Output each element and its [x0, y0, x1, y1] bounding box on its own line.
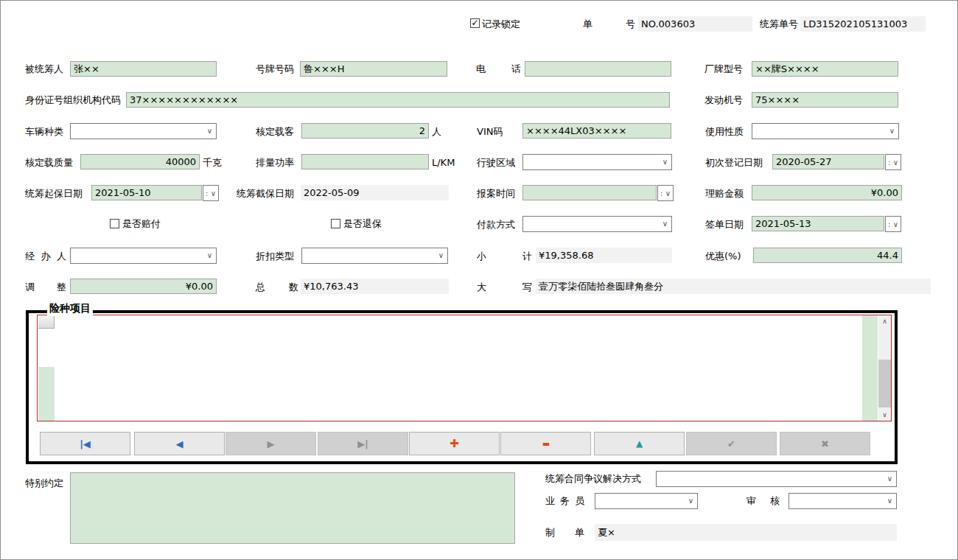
handler-label: 经 办 人 [25, 248, 66, 264]
sign-date-input[interactable]: 2021-05-13 [752, 216, 884, 231]
start-date-picker-button[interactable]: : ∨ [203, 185, 219, 201]
nav-prior-button[interactable]: ◀ [134, 432, 225, 455]
picker-dots: : [206, 189, 208, 197]
end-date-label: 统筹截保日期 [237, 186, 294, 201]
id-code-label: 身份证号组织机构代码 [25, 92, 121, 108]
amount-words-label: 大 写 [477, 279, 532, 295]
chevron-down-icon: ∨ [887, 472, 892, 486]
subtotal-label: 小 计 [477, 248, 532, 264]
subtotal-field: ¥19,358.68 [536, 248, 672, 263]
salesman-label: 业 务 员 [545, 493, 584, 508]
claim-amount-input[interactable]: ¥0.00 [752, 185, 902, 200]
discount-type-label: 折扣类型 [256, 248, 294, 264]
insured-label: 被统筹人 [25, 61, 63, 77]
special-textarea[interactable] [70, 472, 515, 544]
insured-input[interactable]: 张×× [70, 61, 217, 77]
total-field: ¥10,763.43 [301, 279, 449, 294]
pay-method-label: 付款方式 [477, 217, 515, 232]
nav-first-button[interactable]: |◀ [40, 432, 130, 455]
reviewer-select[interactable]: 李×× ∨ [789, 493, 897, 509]
record-lock-checkbox[interactable] [470, 18, 480, 28]
discount-pct-label: 优惠(%) [705, 248, 741, 264]
engine-no-input[interactable]: 75×××× [752, 92, 898, 108]
nav-cancel-button: ✖ [780, 432, 870, 455]
preparer-label: 制 单 [545, 525, 584, 540]
area-select[interactable]: 中国 ∨ [522, 154, 672, 170]
scrollbar-thumb[interactable] [878, 360, 891, 407]
chevron-down-icon: ∨ [688, 494, 693, 508]
report-time-input[interactable] [522, 185, 657, 200]
check-icon: ✔ [727, 438, 735, 449]
chevron-down-icon: ∨ [893, 158, 898, 167]
special-label: 特别约定 [25, 475, 63, 491]
insurance-items-title: 险种项目 [47, 302, 93, 315]
reviewer-label: 审 核 [747, 493, 780, 508]
plate-no-input[interactable]: 鲁×××H [300, 61, 447, 77]
sign-date-label: 签单日期 [705, 217, 744, 232]
chevron-down-icon: ∨ [887, 494, 892, 508]
chevron-down-icon: ∨ [207, 248, 212, 263]
scroll-down-button[interactable]: ∨ [878, 409, 891, 421]
next-record-icon: ▶ [268, 438, 275, 449]
dispute-select[interactable]: 诉讼 ∨ [656, 471, 897, 487]
preparer-field: 夏× [595, 524, 897, 541]
first-reg-date-picker-button[interactable]: : ∨ [885, 154, 901, 170]
first-reg-date-input[interactable]: 2020-05-27 [772, 154, 884, 169]
handler-select[interactable]: ×××总公司 ∨ [70, 248, 217, 264]
is-paid-label: 是否赔付 [122, 216, 161, 231]
picker-dots: : [888, 158, 890, 167]
salesman-select[interactable]: 陈×× ∨ [595, 493, 698, 509]
grid-left-green-column [38, 367, 55, 421]
id-code-input[interactable]: 37×××××××××××× [126, 92, 670, 108]
sign-date-picker-button[interactable]: : ∨ [885, 216, 901, 232]
grid-vertical-scrollbar[interactable]: ∧ ∨ [878, 315, 891, 421]
dispute-label: 统筹合同争议解决方式 [545, 471, 641, 486]
start-date-input[interactable]: 2021-05-10 [91, 185, 202, 200]
amount-words-field: 壹万零柒佰陆拾叁圆肆角叁分 [536, 279, 931, 294]
insurance-items-grid[interactable]: ∧ ∨ [37, 315, 892, 421]
chevron-down-icon: ∨ [438, 248, 444, 263]
chevron-down-icon: ∨ [211, 189, 216, 197]
displacement-label: 排量功率 [256, 155, 294, 170]
load-input[interactable]: 40000 [80, 154, 200, 169]
minus-icon: ▬ [542, 439, 549, 449]
tc-no-field: LD315202105131003 [800, 16, 926, 32]
picker-dots: : [888, 220, 890, 228]
is-surrender-checkbox[interactable] [331, 219, 340, 228]
doc-no-field: NO.003603 [638, 16, 752, 32]
nav-delete-button[interactable]: ▬ [500, 432, 591, 455]
nav-last-button: ▶| [318, 432, 408, 455]
vehicle-type-label: 车辆种类 [25, 124, 63, 139]
report-time-picker-button[interactable]: : ∨ [657, 185, 674, 201]
usage-select[interactable]: 营运货车 ∨ [752, 123, 899, 139]
chevron-down-icon: ∨ [893, 220, 898, 228]
vehicle-type-select[interactable]: 重型半挂牵引车 ∨ [70, 123, 217, 139]
displacement-input[interactable] [301, 154, 429, 169]
displacement-unit: L/KM [432, 155, 455, 170]
phone-input[interactable] [525, 61, 671, 77]
grid-header-corner-cell [38, 316, 55, 329]
seats-label: 核定载客 [256, 124, 294, 139]
vin-label: VIN码 [477, 124, 503, 139]
coordination-form-window: 记录锁定 单 号 NO.003603 统筹单号 LD31520210513100… [0, 0, 958, 560]
x-icon: ✖ [821, 438, 829, 449]
prior-record-icon: ◀ [176, 438, 183, 449]
is-surrender-label: 是否退保 [343, 216, 382, 231]
tc-no-label: 统筹单号 [760, 16, 798, 32]
discount-type-select[interactable]: ∨ [301, 248, 448, 264]
record-lock-label: 记录锁定 [482, 16, 520, 32]
brand-model-input[interactable]: ××牌S×××× [752, 61, 898, 77]
is-paid-checkbox[interactable] [110, 219, 119, 228]
grid-right-green-column [862, 315, 878, 421]
adjust-input[interactable]: ¥0.00 [70, 279, 217, 294]
load-unit: 千克 [203, 155, 222, 170]
pay-method-select[interactable]: ∨ [522, 216, 672, 232]
seats-input[interactable]: 2 [301, 123, 429, 139]
nav-insert-button[interactable]: ✚ [409, 432, 500, 455]
nav-edit-button[interactable]: ▲ [594, 432, 685, 455]
vin-input[interactable]: ××××44LX03×××× [522, 123, 671, 139]
report-time-label: 报案时间 [477, 186, 515, 201]
plate-no-label: 号牌号码 [256, 61, 294, 77]
discount-pct-input[interactable]: 44.4 [753, 248, 902, 263]
scroll-up-button[interactable]: ∧ [878, 315, 891, 327]
